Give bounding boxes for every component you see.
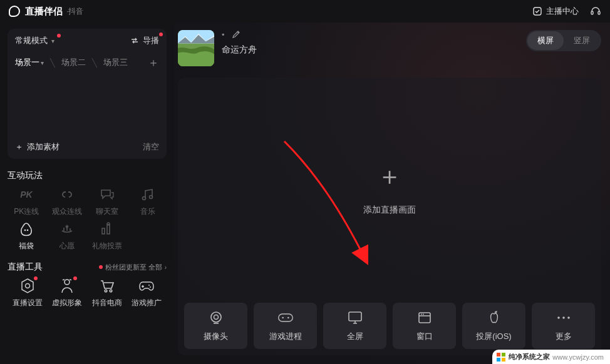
host-center-icon (532, 6, 542, 16)
app-title: 直播伴侣 (25, 6, 63, 18)
interact-wish[interactable]: 心愿 (48, 221, 86, 251)
source-screen-mirror-ios[interactable]: 投屏(iOS) (462, 303, 525, 349)
svg-rect-25 (419, 313, 430, 323)
tool-game-promo[interactable]: 游戏推广 (127, 278, 167, 308)
pk-icon: PK (17, 186, 36, 203)
interact-gift-vote[interactable]: 礼物投票 (88, 221, 127, 251)
tool-live-settings[interactable]: 直播设置 (8, 278, 48, 308)
interact-section: 互动玩法 PKPK连线 观众连线 聊天室 音乐 福袋 心愿 礼物投票 (8, 166, 167, 251)
support-button[interactable] (590, 6, 601, 17)
window-icon (416, 310, 433, 326)
source-camera[interactable]: 摄像头 (184, 303, 247, 349)
notification-dot (57, 34, 61, 38)
source-fullscreen[interactable]: 全屏 (323, 303, 386, 349)
tool-virtual-avatar[interactable]: 虚拟形象 (48, 278, 88, 308)
tools-section: 直播工具 粉丝团更新至 全部 › 直播设置 虚拟形象 抖音 (8, 259, 167, 308)
avatar-icon (58, 278, 76, 294)
svg-point-7 (27, 230, 29, 231)
room-thumbnail[interactable] (178, 30, 214, 66)
scene-tab-2[interactable]: 场景二 (61, 57, 86, 68)
orientation-landscape[interactable]: 横屏 (527, 31, 564, 50)
source-window[interactable]: 窗口 (393, 303, 456, 349)
sidebar: 常规模式 ▾ 导播 场景一 ▾ ╲ 场景二 ╲ 场景三 ＋ (0, 23, 174, 364)
interact-pk[interactable]: PKPK连线 (8, 186, 46, 217)
clear-button[interactable]: 清空 (143, 141, 159, 153)
notification-dot (34, 276, 38, 280)
director-label: 导播 (143, 35, 159, 46)
scene-tab-3[interactable]: 场景三 (103, 57, 128, 68)
music-icon (138, 186, 157, 203)
tools-title: 直播工具 (8, 261, 43, 273)
watermark-text: 纯净系统之家 (509, 352, 550, 361)
interact-audience-link[interactable]: 观众连线 (48, 186, 86, 217)
preview-canvas: ＋ 添加直播画面 摄像头 游戏进程 全屏 (178, 78, 601, 355)
room-name: 命运方舟 (222, 44, 257, 56)
chevron-down-icon: ▾ (41, 59, 44, 66)
gamepad-icon (277, 310, 294, 326)
more-icon (556, 310, 572, 326)
source-game-process[interactable]: 游戏进程 (254, 303, 317, 349)
status-dot: • (222, 30, 225, 39)
camera-icon (208, 310, 224, 326)
source-more[interactable]: 更多 (532, 303, 595, 349)
svg-point-20 (214, 315, 218, 320)
svg-point-22 (282, 317, 284, 319)
svg-point-10 (107, 223, 110, 225)
app-logo-icon (9, 6, 20, 17)
svg-point-23 (287, 317, 289, 319)
watermark: 纯净系统之家 www.ycwjzy.com (492, 350, 610, 364)
scene-layers-area (15, 70, 159, 139)
svg-point-6 (24, 230, 26, 231)
cart-icon (98, 278, 116, 294)
svg-rect-8 (102, 228, 105, 234)
interact-lucky-bag[interactable]: 福袋 (8, 221, 46, 251)
pencil-icon (231, 30, 240, 39)
chevron-down-icon: ▾ (51, 38, 54, 44)
director-mode-button[interactable]: 导播 (130, 35, 159, 46)
svg-rect-2 (598, 11, 600, 14)
svg-text:PK: PK (21, 190, 33, 200)
tool-ecommerce[interactable]: 抖音电商 (87, 278, 127, 308)
orientation-portrait[interactable]: 竖屏 (564, 31, 600, 50)
mode-label-text: 常规模式 (15, 35, 48, 46)
bars-icon (98, 221, 116, 237)
headset-icon (590, 6, 601, 17)
add-material-label: 添加素材 (27, 141, 59, 153)
watermark-url: www.ycwjzy.com (552, 353, 604, 361)
apple-icon (486, 310, 502, 326)
orientation-toggle: 横屏 竖屏 (526, 30, 601, 51)
svg-point-27 (423, 314, 424, 315)
svg-rect-32 (502, 353, 505, 356)
scenes-panel: 常规模式 ▾ 导播 场景一 ▾ ╲ 场景二 ╲ 场景三 ＋ (8, 29, 167, 159)
tools-update-link[interactable]: 粉丝团更新至 全部 › (99, 263, 167, 272)
interact-chatroom[interactable]: 聊天室 (88, 186, 127, 217)
add-scene-button[interactable]: ＋ (148, 55, 159, 70)
svg-rect-24 (349, 312, 361, 321)
svg-point-28 (557, 316, 560, 319)
add-canvas-button[interactable]: ＋ (377, 159, 402, 193)
add-canvas-label: 添加直播画面 (363, 205, 416, 216)
svg-rect-33 (497, 358, 500, 361)
main-area: • 命运方舟 横屏 竖屏 ＋ 添加直播画面 (174, 23, 610, 364)
host-center-link[interactable]: 主播中心 (532, 6, 579, 17)
notification-dot (99, 265, 103, 269)
scene-tab-1[interactable]: 场景一 ▾ (15, 57, 44, 68)
mode-dropdown[interactable]: 常规模式 ▾ (15, 35, 54, 46)
plus-icon: ＋ (15, 141, 23, 153)
add-material-button[interactable]: ＋ 添加素材 (15, 141, 59, 153)
notification-dot (159, 33, 163, 36)
wish-icon (58, 221, 76, 237)
app-subtitle: ·抖音 (66, 6, 83, 17)
svg-point-30 (567, 316, 570, 319)
svg-rect-9 (107, 225, 110, 234)
edit-title-button[interactable] (231, 30, 240, 39)
windows-icon (496, 352, 506, 362)
gamepad-icon (138, 278, 155, 294)
interact-music[interactable]: 音乐 (129, 186, 167, 217)
monitor-icon (347, 310, 363, 326)
notification-dot (73, 276, 77, 280)
svg-point-15 (148, 285, 150, 286)
svg-rect-31 (497, 353, 500, 356)
svg-point-26 (421, 314, 422, 315)
settings-hex-icon (19, 278, 36, 294)
